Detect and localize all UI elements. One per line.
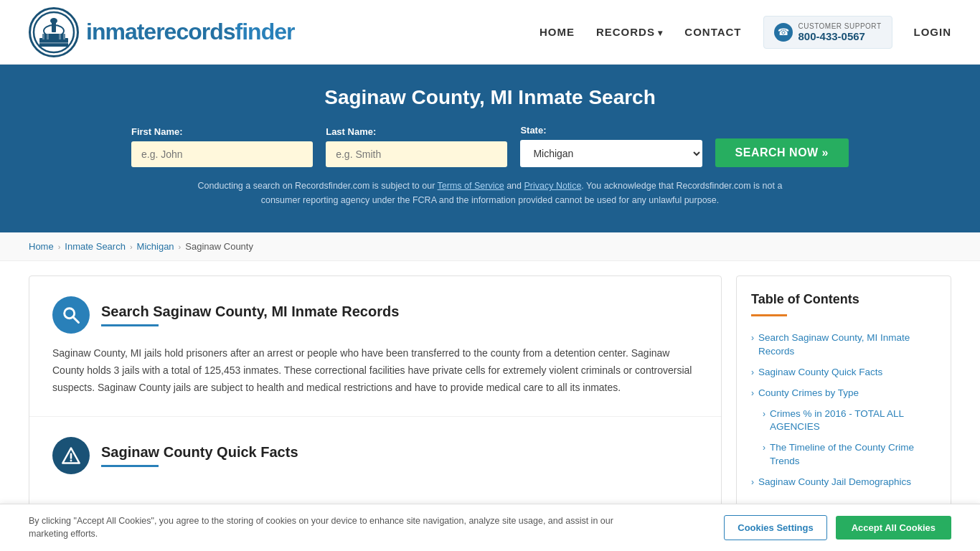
cookie-settings-button[interactable]: Cookies Settings xyxy=(724,515,826,524)
main-content: Search Saginaw County, MI Inmate Records… xyxy=(0,261,980,524)
first-name-input[interactable] xyxy=(131,141,313,167)
content-left: Search Saginaw County, MI Inmate Records… xyxy=(29,276,722,509)
hero-section: Saginaw County, MI Inmate Search First N… xyxy=(0,65,980,232)
inmate-records-section: Search Saginaw County, MI Inmate Records… xyxy=(29,276,721,417)
state-select[interactable]: Michigan Alabama Alaska Arizona Californ… xyxy=(520,140,702,167)
chevron-icon-5: › xyxy=(763,443,765,453)
section2-header: Saginaw County Quick Facts xyxy=(52,437,698,474)
page-title: Saginaw County, MI Inmate Search xyxy=(29,86,951,109)
toc-underline xyxy=(751,314,787,316)
section1-title-wrap: Search Saginaw County, MI Inmate Records xyxy=(101,303,399,326)
site-header: inmaterecordsfinder HOME RECORDS CONTACT… xyxy=(0,0,980,65)
breadcrumb-home[interactable]: Home xyxy=(29,241,54,252)
breadcrumb-sep-3: › xyxy=(179,242,182,251)
chevron-icon-3: › xyxy=(751,388,754,398)
support-label: CUSTOMER SUPPORT xyxy=(798,22,882,30)
logo-icon xyxy=(29,7,79,57)
support-info: CUSTOMER SUPPORT 800-433-0567 xyxy=(798,22,882,42)
section2-title: Saginaw County Quick Facts xyxy=(101,444,298,461)
svg-point-5 xyxy=(50,18,57,24)
section1-body: Saginaw County, MI jails hold prisoners … xyxy=(52,345,698,396)
breadcrumb-sep-2: › xyxy=(130,242,133,251)
toc-item-2[interactable]: › Saginaw County Quick Facts xyxy=(751,362,936,383)
search-button[interactable]: SEARCH NOW » xyxy=(715,138,849,167)
privacy-link[interactable]: Privacy Notice xyxy=(524,181,581,191)
state-group: State: Michigan Alabama Alaska Arizona C… xyxy=(520,125,702,167)
toc-link-4[interactable]: Crimes % in 2016 - TOTAL ALL AGENCIES xyxy=(770,408,936,435)
first-name-label: First Name: xyxy=(131,126,313,137)
cookie-accept-button[interactable]: Accept All Cookies xyxy=(836,516,951,524)
toc-title: Table of Contents xyxy=(751,292,936,307)
breadcrumb-michigan[interactable]: Michigan xyxy=(137,241,174,252)
support-number: 800-433-0567 xyxy=(798,30,882,42)
svg-rect-9 xyxy=(63,34,65,39)
toc-link-3[interactable]: County Crimes by Type xyxy=(758,387,859,400)
chevron-icon-6: › xyxy=(751,477,754,487)
svg-rect-10 xyxy=(39,42,68,44)
toc-item-3[interactable]: › County Crimes by Type xyxy=(751,383,936,404)
toc-item-6[interactable]: › Saginaw County Jail Demographics xyxy=(751,472,936,493)
toc-link-1[interactable]: Search Saginaw County, MI Inmate Records xyxy=(758,331,936,359)
section2-underline xyxy=(101,465,159,467)
nav-contact[interactable]: CONTACT xyxy=(684,26,741,38)
breadcrumb-current: Saginaw County xyxy=(185,241,253,252)
svg-rect-6 xyxy=(42,34,44,39)
chevron-icon-4: › xyxy=(763,409,765,419)
section1-underline xyxy=(101,324,159,326)
toc-item-1[interactable]: › Search Saginaw County, MI Inmate Recor… xyxy=(751,328,936,362)
phone-icon: ☎ xyxy=(774,23,793,42)
breadcrumb-inmate-search[interactable]: Inmate Search xyxy=(65,241,126,252)
toc-link-5[interactable]: The Timeline of the County Crime Trends xyxy=(770,441,936,468)
svg-rect-8 xyxy=(59,34,61,39)
support-box[interactable]: ☎ CUSTOMER SUPPORT 800-433-0567 xyxy=(763,16,892,49)
nav-records[interactable]: RECORDS xyxy=(596,26,663,38)
state-label: State: xyxy=(520,125,702,136)
main-nav: HOME RECORDS CONTACT ☎ CUSTOMER SUPPORT … xyxy=(540,16,951,49)
search-form: First Name: Last Name: State: Michigan A… xyxy=(131,125,849,167)
disclaimer-text: Conducting a search on Recordsfinder.com… xyxy=(196,179,784,207)
first-name-group: First Name: xyxy=(131,126,313,167)
toc-item-4[interactable]: › Crimes % in 2016 - TOTAL ALL AGENCIES xyxy=(751,404,936,438)
cookie-actions: Cookies Settings Accept All Cookies xyxy=(724,515,951,524)
toc-link-6[interactable]: Saginaw County Jail Demographics xyxy=(758,476,911,489)
last-name-input[interactable] xyxy=(326,141,507,167)
breadcrumb-sep-1: › xyxy=(58,242,61,251)
svg-point-15 xyxy=(70,460,72,462)
chevron-icon-2: › xyxy=(751,367,754,377)
section1-title: Search Saginaw County, MI Inmate Records xyxy=(101,303,399,320)
section1-header: Search Saginaw County, MI Inmate Records xyxy=(52,296,698,334)
chevron-icon-1: › xyxy=(751,333,754,343)
toc-item-5[interactable]: › The Timeline of the County Crime Trend… xyxy=(751,438,936,472)
logo-text: inmaterecordsfinder xyxy=(86,19,294,45)
search-section-icon xyxy=(52,296,90,334)
terms-link[interactable]: Terms of Service xyxy=(438,181,504,191)
facts-section-icon xyxy=(52,437,90,474)
breadcrumb: Home › Inmate Search › Michigan › Sagina… xyxy=(0,232,980,261)
cookie-text: By clicking "Accept All Cookies", you ag… xyxy=(29,514,639,524)
cookie-banner: By clicking "Accept All Cookies", you ag… xyxy=(0,504,980,524)
toc-link-2[interactable]: Saginaw County Quick Facts xyxy=(758,366,882,380)
svg-line-12 xyxy=(74,318,79,323)
section2-title-wrap: Saginaw County Quick Facts xyxy=(101,444,298,467)
login-button[interactable]: LOGIN xyxy=(914,26,952,38)
sidebar: Table of Contents › Search Saginaw Count… xyxy=(736,276,951,509)
last-name-group: Last Name: xyxy=(326,126,507,167)
logo[interactable]: inmaterecordsfinder xyxy=(29,7,294,57)
quick-facts-section: Saginaw County Quick Facts xyxy=(29,417,721,507)
svg-rect-7 xyxy=(47,34,49,39)
nav-home[interactable]: HOME xyxy=(540,26,575,38)
last-name-label: Last Name: xyxy=(326,126,507,137)
